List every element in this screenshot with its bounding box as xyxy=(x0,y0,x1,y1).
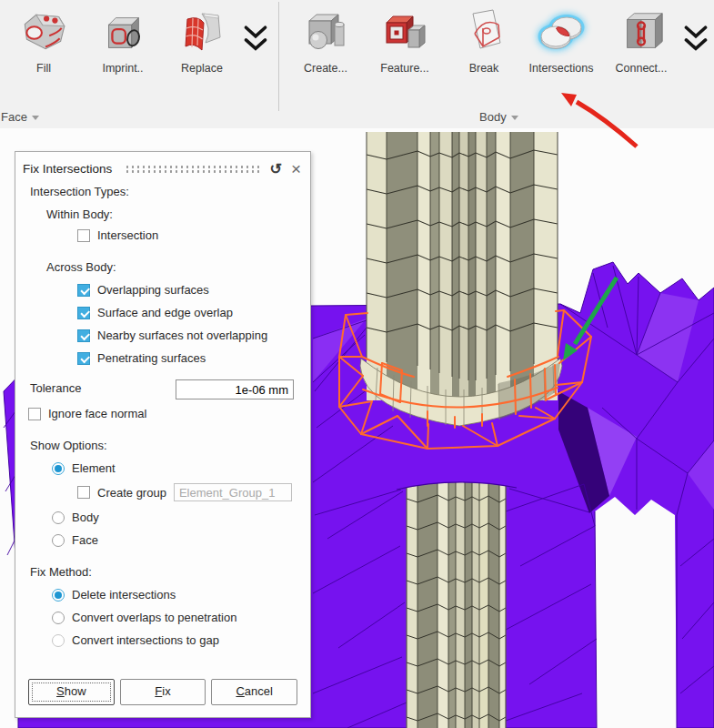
create-group-checkbox[interactable] xyxy=(77,486,90,499)
toolbar-label: Create... xyxy=(287,62,364,75)
surface-edge-overlap-checkbox[interactable] xyxy=(77,307,90,319)
expand-gallery-chevron-icon[interactable] xyxy=(242,24,269,58)
delete-intersections-radio[interactable] xyxy=(52,589,65,602)
group-name-input[interactable] xyxy=(174,483,292,501)
toolbar-button-create[interactable]: Create... xyxy=(287,4,364,75)
convert-overlaps-radio[interactable] xyxy=(52,612,65,624)
radio-label: Element xyxy=(72,461,116,475)
body-group-label: Body xyxy=(479,110,507,124)
nearby-surfaces-checkbox[interactable] xyxy=(77,329,90,342)
face-group-label: Face xyxy=(1,110,27,124)
chevron-down-icon xyxy=(511,116,518,120)
convert-gap-radio xyxy=(52,634,65,647)
toolbar-button-feature[interactable]: Feature... xyxy=(367,4,443,75)
toolbar-label: Intersections xyxy=(523,62,599,75)
toolbar-label: Break xyxy=(446,62,522,75)
show-button[interactable]: Show xyxy=(28,679,115,705)
panel-title: Fix Intersections xyxy=(23,162,112,176)
meshed-column-lower xyxy=(397,459,517,728)
ignore-face-normal-checkbox[interactable] xyxy=(28,408,41,420)
radio-label: Face xyxy=(72,533,98,547)
body-group-dropdown[interactable]: Body xyxy=(479,110,518,124)
toolbar-label: Connect... xyxy=(603,62,679,75)
checkbox-label: Create group xyxy=(97,486,166,500)
reset-icon[interactable]: ↺ xyxy=(269,162,281,177)
toolbar-button-fill[interactable]: Fill xyxy=(5,4,82,75)
toolbar-label: Replace xyxy=(164,62,240,75)
close-icon[interactable]: × xyxy=(291,160,301,177)
toolbar-label: Feature... xyxy=(367,62,443,75)
overlapping-surfaces-checkbox[interactable] xyxy=(77,284,90,297)
ribbon-toolbar: Fill Imprint.. Replace xyxy=(0,0,714,128)
expand-ribbon-chevron-icon[interactable] xyxy=(682,24,709,58)
radio-label: Convert overlaps to penetration xyxy=(72,611,236,624)
fix-method-heading: Fix Method: xyxy=(30,565,92,579)
fix-intersections-panel: Fix Intersections ↺ × Intersection Types… xyxy=(15,151,311,718)
intersection-checkbox[interactable] xyxy=(77,229,90,242)
break-icon xyxy=(455,4,513,60)
intersections-icon xyxy=(532,4,590,60)
across-body-heading: Across Body: xyxy=(46,260,116,274)
meshed-column-upper xyxy=(360,132,562,426)
toolbar-button-imprint[interactable]: Imprint.. xyxy=(85,4,161,75)
imprint-icon xyxy=(94,4,152,60)
checkbox-label: Ignore face normal xyxy=(48,407,146,420)
toolbar-button-intersections[interactable]: Intersections xyxy=(523,4,599,75)
tolerance-label: Tolerance xyxy=(30,381,81,395)
fix-button[interactable]: Fix xyxy=(120,679,206,705)
checkbox-label: Surface and edge overlap xyxy=(97,306,233,319)
drag-grip[interactable] xyxy=(125,165,260,173)
show-face-radio[interactable] xyxy=(52,534,65,547)
radio-label: Body xyxy=(72,511,99,524)
intersection-types-heading: Intersection Types: xyxy=(30,185,129,198)
within-body-heading: Within Body: xyxy=(46,207,113,221)
show-body-radio[interactable] xyxy=(52,511,65,524)
checkbox-label: Intersection xyxy=(97,228,158,242)
toolbar-button-connect[interactable]: Connect... xyxy=(603,4,679,75)
toolbar-label: Fill xyxy=(5,62,82,75)
chevron-down-icon xyxy=(32,116,39,120)
show-element-radio[interactable] xyxy=(52,462,65,475)
toolbar-divider xyxy=(278,2,279,111)
cancel-button[interactable]: Cancel xyxy=(211,679,297,705)
toolbar-button-break[interactable]: Break xyxy=(446,4,522,75)
face-group-dropdown[interactable]: Face xyxy=(1,110,39,124)
toolbar-label: Imprint.. xyxy=(85,62,161,75)
feature-icon xyxy=(376,4,434,60)
fill-icon xyxy=(15,4,73,60)
replace-icon xyxy=(173,4,231,60)
radio-label: Convert intersections to gap xyxy=(72,633,219,647)
checkbox-label: Penetrating surfaces xyxy=(97,351,206,365)
connect-icon xyxy=(612,4,670,60)
show-options-heading: Show Options: xyxy=(30,439,107,452)
checkbox-label: Overlapping surfaces xyxy=(97,283,209,297)
penetrating-surfaces-checkbox[interactable] xyxy=(77,352,90,365)
toolbar-button-replace[interactable]: Replace xyxy=(164,4,240,75)
button-row: Show Fix Cancel xyxy=(28,679,297,705)
create-icon xyxy=(297,4,355,60)
checkbox-label: Nearby surfaces not overlapping xyxy=(97,329,267,342)
panel-header: Fix Intersections ↺ × xyxy=(15,152,310,179)
radio-label: Delete intersections xyxy=(72,588,176,602)
tolerance-input[interactable] xyxy=(176,379,294,399)
